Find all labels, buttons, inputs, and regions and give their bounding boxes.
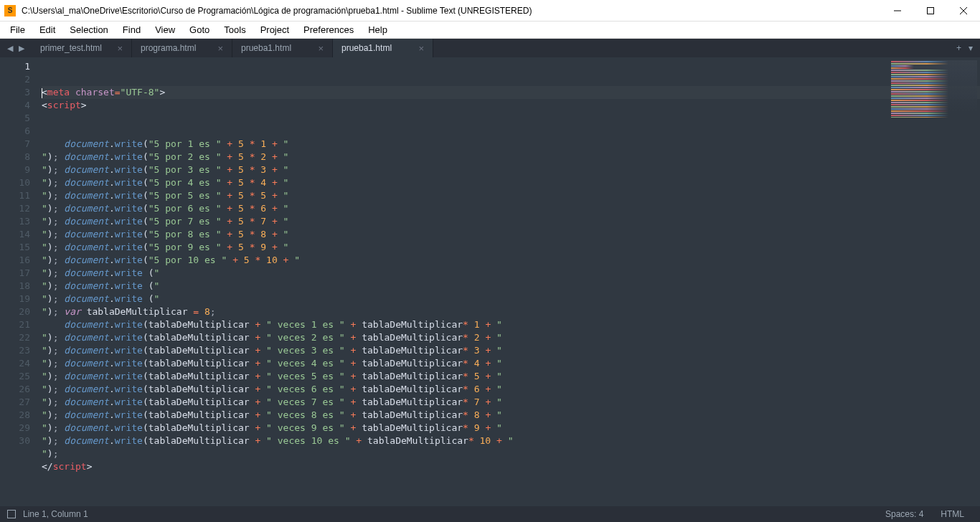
line-number: 13	[0, 215, 30, 228]
code-line[interactable]	[42, 125, 980, 138]
tab-nav: ◀ ▶	[0, 39, 32, 57]
menu-find[interactable]: Find	[116, 22, 148, 37]
editor-area: 1234567891011121314151617181920212223242…	[0, 57, 980, 506]
tab-label: programa.html	[141, 43, 196, 53]
menu-tools[interactable]: Tools	[217, 22, 253, 37]
line-number: 18	[0, 280, 30, 293]
code-line[interactable]: document.write(tablaDeMultiplicar + " ve…	[42, 383, 980, 396]
close-icon[interactable]: ×	[318, 43, 324, 54]
line-number: 10	[0, 176, 30, 189]
close-icon[interactable]: ×	[418, 43, 424, 54]
line-number: 27	[0, 396, 30, 409]
close-icon[interactable]: ×	[117, 43, 123, 54]
tab-nav-forward-icon[interactable]: ▶	[16, 44, 27, 53]
title-bar: S C:\Users\al_ma\OneDrive\Escritorio\Cur…	[0, 0, 980, 22]
status-bar: Line 1, Column 1 Spaces: 4 HTML	[0, 506, 980, 522]
new-tab-button[interactable]: +	[956, 43, 961, 53]
close-window-button[interactable]	[947, 0, 980, 21]
tab-label: primer_test.html	[40, 43, 102, 53]
code-editor[interactable]: <meta charset="UTF-8"><script> document.…	[37, 57, 980, 506]
indentation-setting[interactable]: Spaces: 4	[877, 509, 932, 519]
code-line[interactable]: document.write(tablaDeMultiplicar + " ve…	[42, 357, 980, 370]
code-line[interactable]: document.write("5 por 3 es " + 5 * 3 + "…	[42, 163, 980, 176]
tab-1[interactable]: programa.html×	[132, 39, 232, 57]
code-line[interactable]: document.write ("");	[42, 267, 980, 280]
tab-nav-back-icon[interactable]: ◀	[4, 44, 16, 53]
minimap[interactable]	[891, 60, 977, 118]
panel-switch-icon[interactable]	[7, 510, 16, 518]
tab-0[interactable]: primer_test.html×	[32, 39, 132, 57]
line-number: 30	[0, 435, 30, 447]
line-number: 3	[0, 86, 30, 99]
menu-view[interactable]: View	[148, 22, 182, 37]
syntax-setting[interactable]: HTML	[932, 509, 973, 519]
code-line[interactable]: document.write("5 por 2 es " + 5 * 2 + "…	[42, 151, 980, 163]
tab-label: prueba1.html	[341, 43, 392, 53]
close-icon[interactable]: ×	[217, 43, 223, 54]
svg-rect-1	[928, 7, 934, 14]
code-line[interactable]: document.write("5 por 8 es " + 5 * 8 + "…	[42, 228, 980, 241]
menu-project[interactable]: Project	[253, 22, 296, 37]
code-line[interactable]: document.write ("");	[42, 293, 980, 305]
menu-goto[interactable]: Goto	[182, 22, 217, 37]
code-line[interactable]: document.write("5 por 6 es " + 5 * 6 + "…	[42, 202, 980, 215]
tab-bar: ◀ ▶ primer_test.html×programa.html×prueb…	[0, 39, 980, 57]
code-line[interactable]: document.write(tablaDeMultiplicar + " ve…	[42, 396, 980, 409]
line-number: 17	[0, 267, 30, 280]
line-number: 7	[0, 138, 30, 151]
tab-menu-button[interactable]: ▾	[969, 43, 973, 53]
tab-label: prueba1.html	[241, 43, 291, 53]
line-number: 8	[0, 151, 30, 163]
line-number: 28	[0, 409, 30, 422]
code-line[interactable]: document.write(tablaDeMultiplicar + " ve…	[42, 318, 980, 331]
code-line[interactable]: document.write("5 por 7 es " + 5 * 7 + "…	[42, 215, 980, 228]
menu-edit[interactable]: Edit	[32, 22, 62, 37]
window-controls	[881, 0, 980, 21]
code-line[interactable]: document.write(tablaDeMultiplicar + " ve…	[42, 422, 980, 435]
minimize-button[interactable]	[881, 0, 914, 21]
maximize-button[interactable]	[914, 0, 947, 21]
code-line[interactable]: document.write("5 por 10 es " + 5 * 10 +…	[42, 254, 980, 267]
window-title: C:\Users\al_ma\OneDrive\Escritorio\Curso…	[22, 6, 881, 16]
line-number: 24	[0, 357, 30, 370]
code-line[interactable]: document.write(tablaDeMultiplicar + " ve…	[42, 344, 980, 357]
menu-help[interactable]: Help	[361, 22, 395, 37]
menu-bar: FileEditSelectionFindViewGotoToolsProjec…	[0, 22, 980, 39]
menu-selection[interactable]: Selection	[62, 22, 115, 37]
cursor-position: Line 1, Column 1	[23, 509, 88, 519]
code-line[interactable]: <script>	[42, 99, 980, 112]
code-line[interactable]: <meta charset="UTF-8">	[42, 86, 980, 99]
line-number: 21	[0, 318, 30, 331]
code-line[interactable]: document.write(tablaDeMultiplicar + " ve…	[42, 331, 980, 344]
code-line[interactable]	[42, 447, 980, 460]
line-number: 29	[0, 422, 30, 435]
line-number: 26	[0, 383, 30, 396]
code-line[interactable]: document.write ("");	[42, 280, 980, 293]
app-icon: S	[4, 5, 16, 16]
code-line[interactable]: document.write("5 por 1 es " + 5 * 1 + "…	[42, 138, 980, 151]
code-line[interactable]: </script>	[42, 460, 980, 473]
code-line[interactable]: document.write(tablaDeMultiplicar + " ve…	[42, 409, 980, 422]
line-number: 5	[0, 112, 30, 125]
line-number: 19	[0, 293, 30, 305]
code-line[interactable]: var tablaDeMultiplicar = 8;	[42, 305, 980, 318]
line-number: 25	[0, 370, 30, 383]
line-number: 9	[0, 163, 30, 176]
code-line[interactable]: document.write(tablaDeMultiplicar + " ve…	[42, 435, 980, 447]
line-number: 22	[0, 331, 30, 344]
line-number: 23	[0, 344, 30, 357]
code-line[interactable]	[42, 112, 980, 125]
code-line[interactable]: document.write("5 por 4 es " + 5 * 4 + "…	[42, 176, 980, 189]
line-number: 11	[0, 189, 30, 202]
tab-2[interactable]: prueba1.html×	[232, 39, 333, 57]
menu-preferences[interactable]: Preferences	[296, 22, 361, 37]
code-line[interactable]: document.write("5 por 5 es " + 5 * 5 + "…	[42, 189, 980, 202]
tab-3[interactable]: prueba1.html×	[333, 39, 433, 57]
line-number: 6	[0, 125, 30, 138]
code-line[interactable]: document.write(tablaDeMultiplicar + " ve…	[42, 370, 980, 383]
line-number-gutter: 1234567891011121314151617181920212223242…	[0, 57, 37, 506]
code-line[interactable]: document.write("5 por 9 es " + 5 * 9 + "…	[42, 241, 980, 254]
line-number: 14	[0, 228, 30, 241]
line-number: 16	[0, 254, 30, 267]
menu-file[interactable]: File	[3, 22, 32, 37]
